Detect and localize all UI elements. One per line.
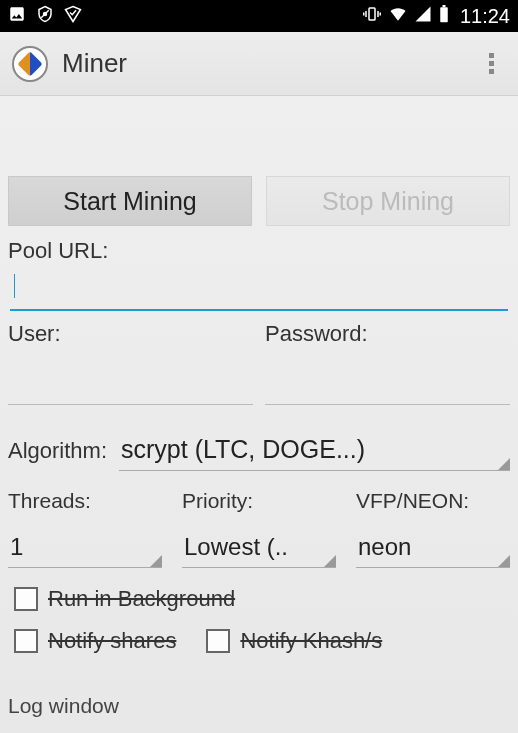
vibrate-icon xyxy=(362,5,382,28)
status-time: 11:24 xyxy=(460,5,510,28)
log-window-label: Log window xyxy=(4,694,514,718)
app-title: Miner xyxy=(62,48,468,79)
start-mining-button[interactable]: Start Mining xyxy=(8,176,252,226)
svg-rect-8 xyxy=(442,5,445,7)
user-input[interactable] xyxy=(8,365,253,405)
shield-icon xyxy=(36,5,54,28)
wifi-icon xyxy=(388,5,408,28)
overflow-menu-icon[interactable] xyxy=(482,53,506,74)
image-icon xyxy=(8,5,26,28)
run-background-label: Run in Background xyxy=(48,586,235,612)
checkmark-icon xyxy=(64,5,82,28)
vfp-neon-spinner[interactable]: neon xyxy=(356,527,510,568)
vfp-neon-label: VFP/NEON: xyxy=(356,489,510,513)
password-input[interactable] xyxy=(265,365,510,405)
stop-mining-button: Stop Mining xyxy=(266,176,510,226)
app-bar: Miner xyxy=(0,32,518,96)
signal-icon xyxy=(414,5,432,28)
notify-khash-checkbox[interactable] xyxy=(206,629,230,653)
password-label: Password: xyxy=(265,321,510,347)
threads-spinner[interactable]: 1 xyxy=(8,527,162,568)
threads-label: Threads: xyxy=(8,489,162,513)
algorithm-spinner[interactable]: scrypt (LTC, DOGE...) xyxy=(119,429,510,471)
svg-rect-2 xyxy=(369,8,375,20)
priority-spinner[interactable]: Lowest (.. xyxy=(182,527,336,568)
priority-label: Priority: xyxy=(182,489,336,513)
pool-url-label: Pool URL: xyxy=(4,238,514,264)
run-background-checkbox[interactable] xyxy=(14,587,38,611)
notify-shares-checkbox[interactable] xyxy=(14,629,38,653)
svg-line-1 xyxy=(41,10,49,18)
svg-rect-7 xyxy=(440,7,448,22)
algorithm-label: Algorithm: xyxy=(8,438,107,464)
notify-shares-label: Notify shares xyxy=(48,628,176,654)
app-icon xyxy=(12,46,48,82)
notify-khash-label: Notify Khash/s xyxy=(240,628,382,654)
pool-url-input[interactable] xyxy=(10,270,508,311)
battery-icon xyxy=(438,5,450,28)
user-label: User: xyxy=(8,321,253,347)
status-bar: 11:24 xyxy=(0,0,518,32)
